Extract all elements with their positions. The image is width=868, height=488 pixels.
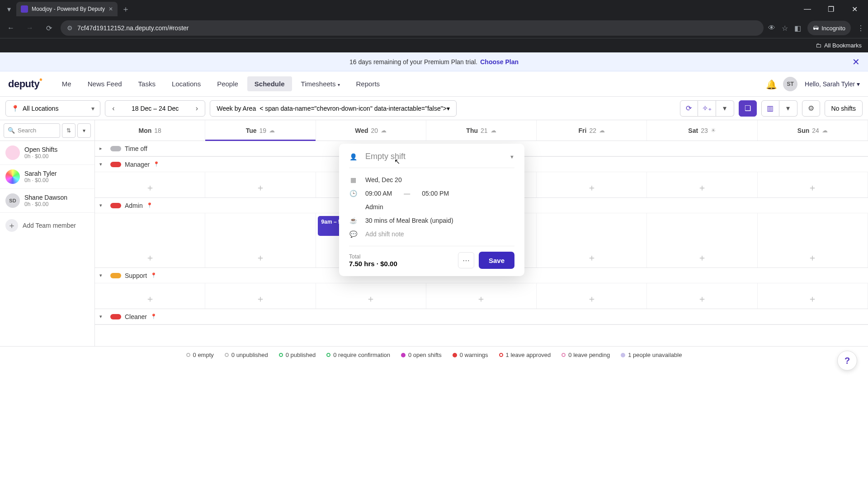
area-header[interactable]: ▾Cleaner📍 — [95, 309, 868, 324]
nav-item-reports[interactable]: Reports — [349, 76, 387, 91]
status-indicator[interactable]: 0 published — [279, 352, 316, 358]
day-header-cell[interactable]: Mon18 — [95, 120, 205, 141]
close-tab-icon[interactable]: ✕ — [108, 6, 113, 12]
shift-role-field[interactable]: Admin — [365, 203, 383, 211]
add-shift-button[interactable]: ＋ — [538, 250, 645, 266]
nav-item-timesheets[interactable]: Timesheets▾ — [294, 76, 347, 91]
day-header-cell[interactable]: Wed20☁ — [316, 120, 426, 141]
status-indicator[interactable]: 1 people unavailable — [621, 352, 682, 358]
status-indicator[interactable]: 0 require confirmation — [326, 352, 390, 358]
add-shift-button[interactable]: ＋ — [760, 180, 866, 196]
schedule-cell[interactable]: ＋ — [758, 283, 868, 309]
browser-tab[interactable]: Moodjoy - Powered By Deputy ✕ — [16, 2, 118, 16]
bookmark-star-icon[interactable]: ☆ — [782, 24, 788, 33]
incognito-badge[interactable]: 🕶 Incognito — [807, 21, 851, 35]
settings-button[interactable]: ⚙ — [802, 100, 820, 117]
window-maximize-button[interactable]: ❐ — [821, 2, 841, 16]
choose-plan-link[interactable]: Choose Plan — [480, 58, 519, 66]
stats-button[interactable]: ▥ — [761, 100, 779, 117]
nav-item-people[interactable]: People — [210, 76, 245, 91]
chevron-right-icon[interactable]: ▸ — [99, 145, 107, 151]
day-header-cell[interactable]: Fri22☁ — [537, 120, 647, 141]
schedule-cell[interactable]: ＋ — [205, 283, 316, 309]
add-shift-button[interactable]: ＋ — [649, 180, 755, 196]
schedule-cell[interactable]: ＋ — [647, 213, 757, 267]
address-bar[interactable]: ⚙ 7cf47d19112152.na.deputy.com/#roster — [61, 20, 764, 36]
nav-back-button[interactable]: ← — [4, 21, 18, 35]
banner-close-icon[interactable]: ✕ — [852, 56, 860, 67]
day-header-cell[interactable]: Sat23☀ — [647, 120, 757, 141]
schedule-cell[interactable]: ＋ — [426, 283, 537, 309]
all-bookmarks-link[interactable]: 🗀 All Bookmarks — [816, 42, 862, 49]
auto-fill-button[interactable]: ✧₊ — [698, 100, 716, 117]
schedule-cell[interactable]: ＋ — [647, 172, 757, 197]
shift-start-time-field[interactable]: 09:00 AM — [365, 190, 392, 197]
user-avatar[interactable]: ST — [783, 77, 797, 91]
schedule-cell[interactable]: ＋ — [537, 213, 647, 267]
shift-assignee-dropdown[interactable]: Empty shift — [365, 152, 501, 161]
schedule-cell[interactable]: ＋ — [205, 172, 316, 197]
add-shift-button[interactable]: ＋ — [318, 291, 424, 307]
publish-button[interactable]: No shifts — [825, 100, 863, 117]
site-settings-icon[interactable]: ⚙ — [67, 24, 73, 32]
search-input[interactable]: 🔍 Search — [4, 123, 60, 138]
add-shift-button[interactable]: ＋ — [538, 291, 645, 307]
shift-end-time-field[interactable]: 05:00 PM — [422, 190, 449, 197]
deputy-logo[interactable]: deputy* — [8, 77, 42, 90]
stats-dropdown[interactable]: ▾ — [779, 100, 797, 117]
sort-button[interactable]: ⇅ — [62, 123, 75, 138]
location-selector[interactable]: 📍 All Locations ▾ — [5, 100, 100, 117]
refresh-button[interactable]: ⟳ — [680, 100, 698, 117]
day-header-cell[interactable]: Sun24☁ — [758, 120, 868, 141]
status-indicator[interactable]: 0 leave pending — [561, 352, 610, 358]
browser-menu-icon[interactable]: ⋮ — [857, 24, 864, 33]
add-shift-button[interactable]: ＋ — [760, 250, 866, 266]
tools-dropdown[interactable]: ▾ — [716, 100, 734, 117]
status-indicator[interactable]: 0 warnings — [453, 352, 488, 358]
view-mode-selector[interactable]: Week by Area < span data-name="chevron-d… — [210, 100, 457, 117]
day-header-cell[interactable]: Tue19☁ — [205, 120, 316, 141]
schedule-cell[interactable]: ＋ — [758, 172, 868, 197]
schedule-cell[interactable]: ＋ — [537, 283, 647, 309]
add-shift-button[interactable]: ＋ — [97, 180, 203, 196]
nav-item-schedule[interactable]: Schedule — [247, 76, 292, 91]
add-shift-button[interactable]: ＋ — [207, 250, 313, 266]
nav-item-locations[interactable]: Locations — [165, 76, 208, 91]
chevron-down-icon[interactable]: ▾ — [99, 314, 107, 319]
add-shift-button[interactable]: ＋ — [428, 291, 534, 307]
status-indicator[interactable]: 0 empty — [186, 352, 214, 358]
shift-break-field[interactable]: 30 mins of Meal Break (unpaid) — [365, 217, 453, 224]
chevron-down-icon[interactable]: ▾ — [99, 202, 107, 208]
nav-reload-button[interactable]: ⟳ — [42, 21, 56, 35]
notifications-icon[interactable]: 🔔 — [766, 79, 776, 89]
schedule-cell[interactable]: ＋ — [537, 172, 647, 197]
add-shift-button[interactable]: ＋ — [97, 291, 203, 307]
window-minimize-button[interactable]: — — [797, 2, 817, 16]
more-actions-button[interactable]: ⋯ — [458, 252, 474, 268]
schedule-cell[interactable]: ＋ — [205, 213, 316, 267]
team-member-row[interactable]: Sarah Tyler0h · $0.00 — [0, 165, 94, 189]
add-shift-button[interactable]: ＋ — [207, 180, 313, 196]
side-panel-icon[interactable]: ◧ — [794, 24, 801, 33]
nav-item-me[interactable]: Me — [55, 76, 79, 91]
status-indicator[interactable]: 1 leave approved — [499, 352, 551, 358]
add-team-member-button[interactable]: ＋ Add Team member — [0, 213, 94, 238]
add-shift-button[interactable]: ＋ — [97, 250, 203, 266]
status-indicator[interactable]: 0 unpublished — [225, 352, 268, 358]
nav-item-news-feed[interactable]: News Feed — [80, 76, 129, 91]
schedule-cell[interactable]: ＋ — [95, 283, 205, 309]
add-shift-button[interactable]: ＋ — [207, 291, 313, 307]
user-greeting-dropdown[interactable]: Hello, Sarah Tyler ▾ — [805, 80, 860, 88]
date-range-label[interactable]: 18 Dec – 24 Dec — [122, 105, 189, 112]
schedule-cell[interactable]: ＋ — [95, 172, 205, 197]
add-shift-button[interactable]: ＋ — [649, 291, 755, 307]
shift-date-field[interactable]: Wed, Dec 20 — [365, 176, 402, 183]
add-shift-button[interactable]: ＋ — [760, 291, 866, 307]
chevron-down-icon[interactable]: ▾ — [99, 272, 107, 278]
day-header-cell[interactable]: Thu21☁ — [426, 120, 537, 141]
schedule-cell[interactable]: ＋ — [647, 283, 757, 309]
nav-item-tasks[interactable]: Tasks — [131, 76, 163, 91]
schedule-cell[interactable]: ＋ — [316, 283, 426, 309]
sort-dropdown[interactable]: ▾ — [77, 123, 91, 138]
status-indicator[interactable]: 0 open shifts — [401, 352, 442, 358]
